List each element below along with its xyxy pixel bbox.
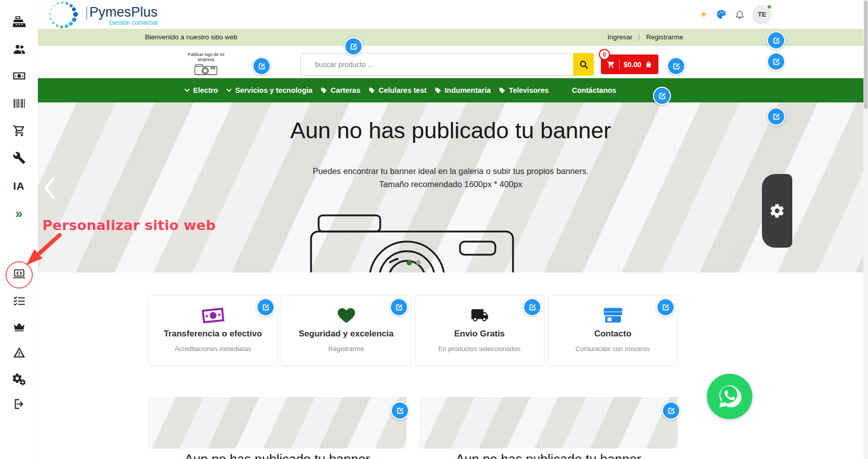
edit-nav-button[interactable]	[653, 87, 671, 105]
edit-pencil-icon	[658, 92, 667, 100]
notifications-bell-icon[interactable]	[735, 9, 745, 19]
theme-sun-icon[interactable]: ☀	[699, 9, 708, 20]
hero-banner-placeholder: Aun no has publicado tu banner Puedes en…	[38, 102, 863, 272]
scrollbar-thumb[interactable]	[864, 1, 867, 109]
nav-item-indumentaria[interactable]: Indumentaria	[435, 86, 491, 94]
edit-header-button[interactable]	[767, 52, 785, 71]
feature-title: Contacto	[594, 329, 632, 339]
search-input[interactable]	[300, 53, 573, 76]
feature-card-envio: Envio Gratis En productos seleccionados	[415, 295, 544, 366]
tag-icon	[369, 87, 375, 94]
carousel-prev-arrow[interactable]	[44, 177, 55, 201]
feature-card-contacto: Contacto Comunicate con nosotros	[548, 295, 678, 366]
nav-label: Servicios y tecnologia	[235, 86, 313, 94]
sidebar-item-logout[interactable]	[9, 394, 30, 416]
edit-feature-4-button[interactable]	[656, 298, 675, 316]
customizer-settings-tab[interactable]	[762, 174, 792, 248]
sidebar-item-alerts[interactable]	[9, 343, 30, 364]
edit-banner-left-button[interactable]	[391, 401, 409, 420]
nav-label: Televisores	[509, 86, 549, 94]
edit-hero-banner-button[interactable]	[767, 107, 785, 126]
nav-item-servicios[interactable]: Servicios y tecnologia	[226, 86, 313, 94]
nav-item-contactanos[interactable]: Contáctanos	[572, 86, 617, 94]
banner-subtitle-line1: Puedes encontrar tu banner ideal en la g…	[38, 165, 863, 178]
edit-logo-button[interactable]	[252, 57, 271, 75]
edit-pencil-icon	[667, 407, 676, 415]
whatsapp-button[interactable]	[707, 374, 752, 419]
palette-icon[interactable]	[716, 9, 727, 20]
edit-pencil-icon	[262, 303, 270, 312]
sidebar-item-premium[interactable]	[9, 317, 30, 338]
search-button[interactable]	[573, 53, 594, 76]
carousel-dots	[406, 260, 421, 265]
nav-item-electro[interactable]: Electro	[184, 86, 218, 94]
double-chevron-right-icon: »	[15, 206, 22, 221]
register-link[interactable]: Registrarme	[646, 33, 683, 41]
edit-banner-right-button[interactable]	[662, 401, 680, 420]
topbar-actions: ☀ TE	[699, 5, 771, 23]
nav-item-carteras[interactable]: Carteras	[321, 86, 361, 94]
feature-card-transferencia: Transferencia o efectivo Acreditaciones …	[148, 295, 278, 366]
carousel-dot[interactable]	[416, 260, 421, 265]
edit-pencil-icon	[772, 36, 781, 45]
ia-label: IA	[13, 180, 25, 192]
sidebar-item-barcode[interactable]	[9, 94, 30, 115]
company-logo-placeholder[interactable]: Publicar logo de mi empresa	[183, 52, 229, 78]
gear-icon	[769, 203, 785, 219]
nav-label: Electro	[193, 86, 218, 94]
chevron-down-icon	[226, 88, 232, 92]
sidebar-item-settings[interactable]	[9, 369, 30, 390]
sidebar-item-tools[interactable]	[9, 148, 30, 169]
sidebar-item-expand[interactable]: »	[9, 203, 30, 224]
nav-label: Indumentaria	[445, 86, 491, 94]
sidebar-item-customers[interactable]	[9, 39, 30, 61]
feature-subtitle: Acreditaciones inmediatas	[175, 345, 251, 353]
storefront-blue-icon	[603, 304, 623, 327]
sidebar-item-checklist[interactable]	[9, 292, 30, 313]
edit-feature-1-button[interactable]	[257, 298, 275, 316]
cart-icon	[13, 124, 26, 139]
user-avatar[interactable]: TE	[753, 5, 771, 23]
barcode-icon	[13, 97, 26, 112]
edit-welcome-button[interactable]	[767, 31, 785, 49]
nav-item-televisores[interactable]: Televisores	[499, 86, 549, 94]
edit-pencil-icon	[528, 303, 537, 312]
sidebar-item-payments[interactable]	[9, 67, 30, 88]
brand-name: PymesPlus	[89, 5, 158, 20]
cart-button[interactable]: 0 $0.00	[601, 54, 658, 74]
sidebar-item-ia[interactable]: IA	[9, 176, 30, 197]
auth-divider	[639, 34, 639, 41]
login-link[interactable]: Ingresar	[607, 33, 633, 41]
nav-label: Carteras	[331, 86, 361, 94]
edit-pencil-icon	[349, 42, 358, 51]
edit-search-button[interactable]	[344, 37, 363, 55]
edit-feature-3-button[interactable]	[523, 298, 541, 316]
sidebar-item-sales[interactable]	[9, 121, 30, 142]
nav-item-celulares[interactable]: Celulares test	[369, 86, 427, 94]
edit-cart-button[interactable]	[667, 57, 685, 75]
sidebar-item-cash-register[interactable]	[9, 12, 30, 33]
crown-icon	[13, 320, 26, 335]
edit-pencil-icon	[396, 407, 404, 415]
feature-card-seguridad: Seguridad y excelencia Registrarme	[281, 295, 411, 366]
banner-placeholder-left: Aun no has publicado tu banner	[148, 397, 406, 459]
cart-total: $0.00	[624, 61, 641, 69]
chevron-down-icon	[184, 88, 190, 92]
banner-title: Aun no has publicado tu banner	[38, 118, 863, 144]
sidebar-item-website-editor[interactable]	[6, 261, 33, 289]
logout-icon	[13, 397, 26, 413]
feature-subtitle: Registrarme	[328, 345, 364, 353]
edit-pencil-icon	[395, 303, 403, 312]
nav-label: Contáctanos	[572, 86, 617, 94]
nav-label: Celulares test	[379, 86, 427, 94]
warning-icon	[13, 346, 26, 361]
edit-feature-2-button[interactable]	[390, 298, 408, 316]
tag-icon	[499, 87, 505, 94]
carousel-dot-active[interactable]	[406, 260, 412, 265]
laptop-code-icon	[13, 267, 26, 282]
edit-pencil-icon	[772, 58, 781, 66]
secondary-banners: Aun no has publicado tu banner Aun no ha…	[148, 397, 678, 459]
search-icon	[579, 60, 588, 69]
store-header: Publicar logo de mi empresa 0 $0.00	[38, 46, 863, 78]
welcome-bar: Bienvenido a nuestro sitio web Ingresar …	[38, 29, 863, 46]
